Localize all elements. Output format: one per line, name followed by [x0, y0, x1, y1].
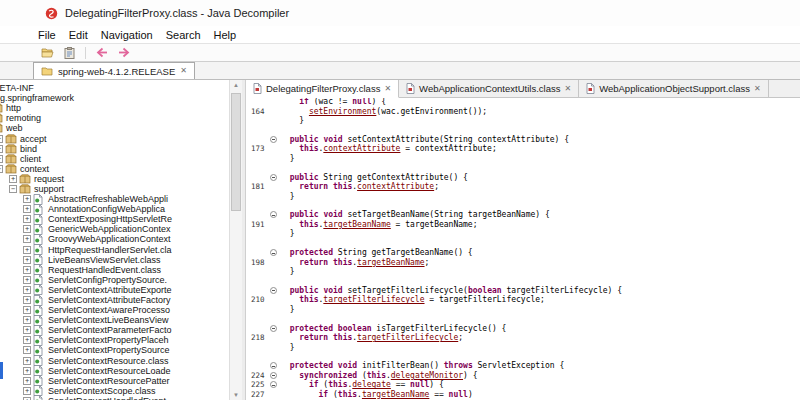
expand-box-icon[interactable]: + — [23, 215, 31, 223]
tree-item[interactable]: +ServletContextResourcePatter — [23, 376, 242, 386]
fold-collapse-icon[interactable] — [270, 249, 277, 256]
expand-box-icon[interactable]: + — [0, 135, 3, 143]
close-tab-icon[interactable]: ✕ — [564, 85, 571, 93]
expand-box-icon[interactable]: + — [23, 195, 31, 203]
tree-item-label: ServletContextAwareProcesso — [48, 305, 170, 315]
tree-item[interactable]: +ServletContextParameterFacto — [23, 325, 242, 335]
menu-item-edit[interactable]: Edit — [69, 29, 88, 41]
tree-item[interactable]: −context — [0, 164, 242, 174]
expand-box-icon[interactable]: + — [23, 316, 31, 324]
expand-box-icon[interactable]: + — [23, 387, 31, 395]
fold-collapse-icon[interactable] — [270, 174, 277, 181]
tree-item[interactable]: +ServletContextAttributeFactory — [23, 295, 242, 305]
tree-item[interactable]: +LiveBeansViewServlet.class — [23, 255, 242, 265]
scroll-up-icon[interactable]: ▲ — [230, 82, 242, 88]
tree-vertical-scrollbar[interactable]: ▲ ▼ — [229, 80, 242, 400]
tree-item[interactable]: +ServletContextAttributeExporte — [23, 285, 242, 295]
expand-box-icon[interactable]: + — [23, 377, 31, 385]
expand-box-icon[interactable]: + — [23, 367, 31, 375]
tree-item[interactable]: +request — [9, 174, 242, 184]
tree-item[interactable]: +ServletConfigPropertySource. — [23, 275, 242, 285]
fold-collapse-icon[interactable] — [270, 381, 277, 388]
tree-item[interactable]: +bind — [0, 144, 242, 154]
expand-box-icon[interactable]: + — [0, 155, 3, 163]
menu-item-file[interactable]: File — [38, 29, 56, 41]
open-archive-icon[interactable] — [38, 45, 56, 60]
close-tab-icon[interactable]: ✕ — [384, 85, 391, 93]
editor-tab[interactable]: DelegatingFilterProxy.class✕ — [246, 80, 399, 98]
expand-box-icon[interactable]: + — [23, 296, 31, 304]
collapse-box-icon[interactable]: − — [0, 165, 3, 173]
expand-box-icon[interactable]: + — [23, 346, 31, 354]
line-number: 218 — [246, 333, 267, 342]
tree-item-label: ServletContextPropertyPlaceh — [48, 335, 169, 345]
expand-box-icon[interactable]: + — [23, 336, 31, 344]
editor-tab[interactable]: WebApplicationContextUtils.class✕ — [399, 80, 579, 97]
expand-box-icon[interactable]: + — [23, 266, 31, 274]
tree-item[interactable]: +ServletContextResource.class — [23, 356, 242, 366]
close-archive-tab-icon[interactable]: ✕ — [180, 67, 187, 75]
code-line: 225 if (this.delegate == null) { — [246, 380, 800, 389]
menu-item-navigation[interactable]: Navigation — [101, 29, 153, 41]
tree-item[interactable]: +ContextExposingHttpServletRe — [23, 214, 242, 224]
tree-item[interactable]: +remoting — [0, 113, 242, 123]
expand-box-icon[interactable]: + — [23, 256, 31, 264]
tree-item[interactable]: +RequestHandledEvent.class — [23, 265, 242, 275]
tree-item[interactable]: −org.springframework — [0, 93, 242, 103]
expand-box-icon[interactable]: + — [23, 306, 31, 314]
code-text: protected void initFilterBean() throws S… — [280, 361, 564, 370]
code-line — [246, 201, 800, 210]
tree-item[interactable]: +GroovyWebApplicationContext — [23, 234, 242, 244]
tree-item[interactable]: +AnnotationConfigWebApplica — [23, 204, 242, 214]
tree-item[interactable]: +ServletContextScope.class — [23, 386, 242, 396]
code-text: public void setTargetFilterLifecycle(boo… — [280, 286, 622, 295]
expand-box-icon[interactable]: + — [0, 145, 3, 153]
tree-item[interactable]: −web — [0, 123, 242, 133]
tree-item-label: ServletContextPropertySource — [48, 345, 170, 355]
fold-collapse-icon[interactable] — [270, 211, 277, 218]
forward-icon[interactable] — [115, 45, 133, 60]
expand-box-icon[interactable]: + — [23, 246, 31, 254]
menu-item-search[interactable]: Search — [166, 29, 201, 41]
code-text: synchronized (this.delegateMonitor) { — [280, 371, 478, 380]
scrollbar-thumb[interactable] — [231, 93, 241, 211]
fold-collapse-icon[interactable] — [270, 136, 277, 143]
expand-box-icon[interactable]: + — [23, 276, 31, 284]
code-line: 191 this.targetBeanName = targetBeanName… — [246, 220, 800, 229]
close-tab-icon[interactable]: ✕ — [754, 85, 761, 93]
archive-tab[interactable]: spring-web-4.1.2.RELEASE ✕ — [33, 62, 195, 79]
tree-item[interactable]: −support — [9, 184, 242, 194]
expand-box-icon[interactable]: + — [9, 175, 17, 183]
tree-item[interactable]: +AbstractRefreshableWebAppli — [23, 194, 242, 204]
menu-item-help[interactable]: Help — [214, 29, 237, 41]
tree-item[interactable]: +META-INF — [0, 83, 242, 93]
tree-item-label: META-INF — [0, 83, 34, 93]
scroll-down-icon[interactable]: ▼ — [230, 392, 242, 398]
tree-item[interactable]: +GenericWebApplicationContex — [23, 224, 242, 234]
expand-box-icon[interactable]: + — [23, 326, 31, 334]
tree-item[interactable]: +accept — [0, 133, 242, 143]
expand-box-icon[interactable]: + — [23, 357, 31, 365]
tree-item[interactable]: +ServletContextPropertySource — [23, 345, 242, 355]
paste-icon[interactable] — [60, 45, 78, 60]
fold-collapse-icon[interactable] — [270, 372, 277, 379]
expand-box-icon[interactable]: + — [23, 286, 31, 294]
back-icon[interactable] — [93, 45, 111, 60]
code-view[interactable]: if (wac != null) {164 setEnvironment(wac… — [246, 98, 800, 400]
expand-box-icon[interactable]: + — [23, 225, 31, 233]
tree-item[interactable]: +ServletContextResourceLoade — [23, 366, 242, 376]
fold-collapse-icon[interactable] — [270, 362, 277, 369]
fold-collapse-icon[interactable] — [270, 325, 277, 332]
tree-item[interactable]: +ServletRequestHandledEvent. — [23, 396, 242, 400]
tree-item[interactable]: +ServletContextLiveBeansView — [23, 315, 242, 325]
editor-tab[interactable]: WebApplicationObjectSupport.class✕ — [579, 80, 769, 97]
tree-item[interactable]: +HttpRequestHandlerServlet.cla — [23, 245, 242, 255]
tree-item[interactable]: +ServletContextPropertyPlaceh — [23, 335, 242, 345]
expand-box-icon[interactable]: + — [23, 205, 31, 213]
tree-item[interactable]: +http — [0, 103, 242, 113]
tree-item[interactable]: +ServletContextAwareProcesso — [23, 305, 242, 315]
expand-box-icon[interactable]: + — [23, 235, 31, 243]
tree-item[interactable]: +client — [0, 154, 242, 164]
fold-collapse-icon[interactable] — [270, 287, 277, 294]
collapse-box-icon[interactable]: − — [9, 185, 17, 193]
